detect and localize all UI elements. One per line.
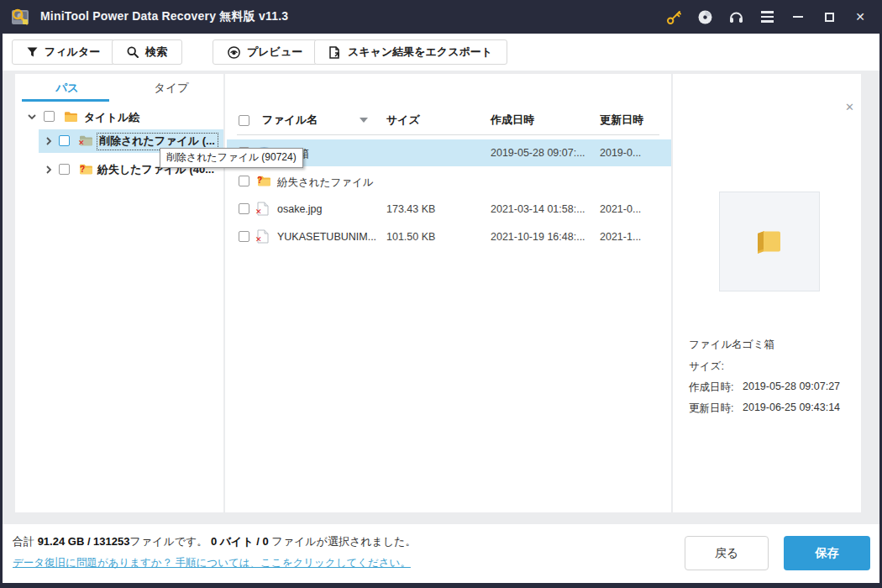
cell-file-name: osake.jpg [277,203,323,215]
lost-folder-icon: ? [257,174,271,188]
row-checkbox[interactable] [239,203,249,214]
chevron-right-icon[interactable] [44,136,54,146]
detail-created: 作成日時: 2019-05-28 09:07:27 [673,381,861,396]
cell-created: 2019-05-28 09:07:... [491,147,585,159]
cell-modified: 2021-0... [600,203,641,215]
status-selected: 0 バイト / 0 [211,535,271,548]
chevron-right-icon[interactable] [44,165,54,175]
cell-size: 101.50 KB [386,231,435,243]
save-button-label: 保存 [816,546,839,561]
maximize-button[interactable] [821,8,837,25]
red-x-badge: ✕ [78,139,85,147]
table-row-osake-jpg[interactable]: ✕ osake.jpg 173.43 KB 2021-03-14 01:58:.… [225,196,671,223]
back-button[interactable]: 戻る [685,536,769,570]
red-question-badge: ? [80,165,85,174]
minimize-button[interactable] [790,8,806,25]
deleted-file-icon: ✕ [257,229,271,244]
license-key-icon[interactable] [665,8,682,25]
cell-size: 173.43 KB [386,203,435,215]
app-title: MiniTool Power Data Recovery 無料版 v11.3 [40,9,288,24]
table-row-lost-files[interactable]: ? 紛失されたファイル [225,168,671,195]
filter-button[interactable]: フィルター [12,39,115,65]
export-scan-results-button[interactable]: スキャン結果をエクスポート [314,39,507,65]
folder-icon [64,110,78,123]
status-mid: ファイルです。 [129,535,210,548]
toolbar: フィルター 検索 プレビュー スキャン結果をエクスポート [3,34,879,71]
save-button[interactable]: 保存 [784,536,870,570]
active-tab-underline [22,99,109,102]
tree-item-tooltip: 削除されたファイル (90724) [160,148,303,168]
chevron-down-icon[interactable] [27,112,37,122]
file-list-panel: ファイル名 サイズ 作成日時 更新日時 ゴミ [225,74,671,512]
column-header-modified[interactable]: 更新日時 [600,113,643,128]
search-label: 検索 [145,45,167,60]
cell-file-name: 紛失されたファイル [277,176,374,190]
deleted-folder-icon: ✕ [79,134,93,148]
tab-path-label: パス [55,81,79,96]
preview-label: プレビュー [247,45,302,60]
detail-label: 作成日時: [689,381,733,395]
red-x-badge: ✕ [255,207,262,216]
cell-created: 2021-10-19 16:48:... [491,231,585,243]
tree-item-drive[interactable]: タイトル絵 [15,106,223,128]
preview-panel: ✕ ファイル名: ゴミ箱 サイズ: 作成日時: 2019-05-28 09:07… [673,74,861,512]
column-header-name[interactable]: ファイル名 [262,113,318,128]
search-button[interactable]: 検索 [112,39,182,65]
export-icon [329,46,341,59]
help-link[interactable]: データ復旧に問題がありますか？ 手順については、ここをクリックしてください。 [13,556,411,570]
detail-modified: 更新日時: 2019-06-25 09:43:14 [673,402,861,417]
column-header-created[interactable]: 作成日時 [491,113,534,128]
menu-icon[interactable] [759,8,775,25]
status-suffix: ファイルが選択されました。 [271,535,416,548]
cell-file-name: YUKASETUBUNIM... [277,231,376,243]
preview-close-icon[interactable]: ✕ [845,101,854,113]
tab-type[interactable]: タイプ [119,74,223,102]
deleted-file-icon: ✕ [257,202,271,216]
app-window: MiniTool Power Data Recovery 無料版 v11.3 [0,0,882,588]
lost-folder-icon: ? [79,163,93,176]
red-x-badge: ✕ [255,235,262,244]
bootable-media-disc-icon[interactable] [696,8,713,25]
status-total: 91.24 GB / 131253 [38,535,130,548]
search-icon [127,46,139,58]
column-header-size[interactable]: サイズ [386,113,420,128]
detail-label: 更新日時: [689,402,733,416]
sort-dropdown-icon[interactable] [360,118,368,123]
row-checkbox[interactable] [239,176,249,186]
row-checkbox[interactable] [239,231,249,242]
close-icon: ✕ [855,11,865,23]
red-question-badge: ? [257,176,262,185]
main-area: パス タイプ タイトル絵 [3,71,879,524]
title-bar: MiniTool Power Data Recovery 無料版 v11.3 [0,0,882,34]
preview-eye-icon [228,46,240,59]
path-tree-panel: パス タイプ タイトル絵 [15,74,223,512]
table-row-yukasetubunim[interactable]: ✕ YUKASETUBUNIM... 101.50 KB 2021-10-19 … [225,223,671,250]
tree-checkbox-deleted[interactable] [59,135,70,146]
select-all-checkbox[interactable] [239,115,249,126]
tree-label-drive: タイトル絵 [84,110,139,125]
status-text: 合計 91.24 GB / 131253ファイルです。 0 バイト / 0 ファ… [13,534,416,549]
tab-type-label: タイプ [154,81,188,96]
app-logo-icon [9,6,31,28]
support-headset-icon[interactable] [727,8,744,25]
status-prefix: 合計 [13,535,38,548]
filter-icon [27,47,38,58]
tree-checkbox-drive[interactable] [44,111,55,122]
detail-size: サイズ: [673,360,861,375]
cell-modified: 2021-1... [600,231,641,243]
filter-label: フィルター [45,45,100,60]
preview-button[interactable]: プレビュー [213,39,318,65]
folder-preview-icon [753,227,786,257]
detail-label: サイズ: [689,360,724,374]
tab-path[interactable]: パス [15,74,119,102]
tree-checkbox-lost[interactable] [59,164,70,175]
cell-created: 2021-03-14 01:58:... [491,203,585,215]
detail-label: ファイル名: [689,338,745,352]
export-label: スキャン結果をエクスポート [348,45,492,60]
detail-value: 2019-06-25 09:43:14 [743,402,840,413]
detail-value: ゴミ箱 [743,338,774,352]
detail-file-name: ファイル名: ゴミ箱 [673,338,861,353]
preview-thumbnail [719,192,820,291]
close-button[interactable]: ✕ [852,8,869,25]
footer-bar: 合計 91.24 GB / 131253ファイルです。 0 バイト / 0 ファ… [3,524,879,583]
